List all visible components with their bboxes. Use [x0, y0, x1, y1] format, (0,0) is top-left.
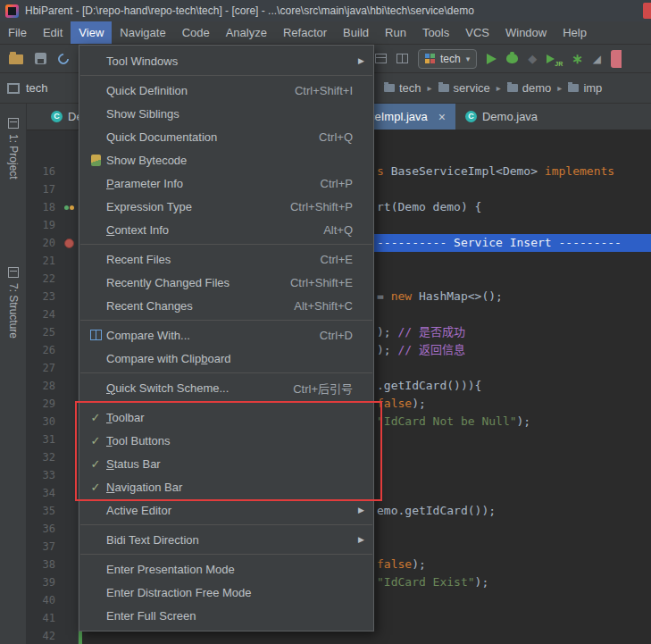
menubar-item-code[interactable]: Code	[174, 21, 218, 44]
breakpoint-icon[interactable]	[64, 238, 74, 248]
menubar-item-run[interactable]: Run	[377, 21, 414, 44]
menubar-item-build[interactable]: Build	[335, 21, 377, 44]
menu-item-label: Recent Changes	[106, 299, 193, 313]
menubar-item-refactor[interactable]: Refactor	[275, 21, 335, 44]
gutter: 20	[27, 234, 79, 252]
menu-item-status-bar[interactable]: ✓Status Bar	[79, 452, 373, 475]
menu-item-enter-presentation-mode[interactable]: Enter Presentation Mode	[79, 557, 373, 581]
line-number: 30	[27, 413, 59, 431]
jrebel-debug-icon[interactable]: ∗	[572, 52, 583, 65]
menu-item-bidi-text-direction[interactable]: Bidi Text Direction▶	[79, 528, 373, 551]
menubar-item-view[interactable]: View	[71, 21, 112, 44]
build-icon[interactable]: ◢	[593, 54, 601, 64]
menu-item-active-editor[interactable]: Active Editor▶	[79, 498, 373, 522]
gutter-slot	[59, 573, 79, 591]
menubar-item-help[interactable]: Help	[555, 21, 595, 44]
jrebel-run-icon[interactable]	[547, 53, 562, 65]
tool-window-button-7-structure[interactable]: 7: Structure	[7, 267, 20, 339]
code-fragment: false);	[377, 397, 426, 410]
tool-window-stripe: 1: Project7: Structure	[0, 104, 27, 644]
menu-item-compare-with-clipboard[interactable]: Compare with Clipboard	[79, 347, 373, 370]
nav-project-crumb[interactable]: tech	[7, 81, 48, 95]
editor-tab-de[interactable]: CDe	[41, 104, 83, 130]
menu-item-context-info[interactable]: Context InfoAlt+Q	[79, 218, 373, 241]
menu-item-shortcut: Ctrl+Shift+P	[271, 200, 353, 213]
gutter: 26	[27, 341, 79, 359]
menu-item-label: Expression Type	[106, 200, 192, 213]
gutter-slot	[59, 305, 79, 323]
menu-item-tool-buttons[interactable]: ✓Tool Buttons	[79, 429, 373, 452]
bytecode-icon	[85, 155, 106, 166]
close-tab-icon[interactable]: ×	[438, 111, 446, 123]
code-segment: );	[377, 343, 397, 356]
menu-item-navigation-bar[interactable]: ✓Navigation Bar	[79, 475, 373, 498]
line-number: 41	[27, 609, 59, 627]
menu-item-label: Quick Definition	[106, 84, 188, 97]
menubar-item-analyze[interactable]: Analyze	[218, 21, 275, 44]
line-number: 28	[27, 377, 59, 395]
breadcrumbs: tech▸service▸demo▸imp	[384, 73, 651, 103]
menu-item-label: Enter Distraction Free Mode	[106, 586, 252, 599]
menubar-item-vcs[interactable]: VCS	[457, 21, 497, 44]
gutter-marker-slot[interactable]	[59, 198, 79, 216]
menu-item-label: Parameter Info	[106, 177, 183, 190]
save-all-icon[interactable]	[35, 53, 46, 64]
debug-button[interactable]	[506, 54, 518, 63]
open-project-icon[interactable]	[9, 54, 23, 64]
run-configuration-select[interactable]: tech ▾	[418, 49, 477, 69]
layout-icon[interactable]	[375, 54, 387, 63]
menubar-item-navigate[interactable]: Navigate	[112, 21, 173, 44]
code-segment: false	[377, 397, 412, 410]
menu-item-expression-type[interactable]: Expression TypeCtrl+Shift+P	[79, 195, 373, 218]
code-segment: ---------- Service Insert ---------	[377, 236, 622, 249]
menubar-item-window[interactable]: Window	[497, 21, 555, 44]
menu-item-label: Tool Windows	[106, 54, 178, 68]
code-fragment: "IdCard Not be Null");	[377, 414, 530, 428]
grid-icon[interactable]	[396, 54, 408, 63]
breadcrumb-item-service[interactable]: service	[438, 81, 490, 95]
gutter-slot	[59, 591, 79, 609]
line-number: 23	[27, 288, 59, 305]
menu-item-show-siblings[interactable]: Show Siblings	[79, 102, 373, 125]
menu-item-label: Recent Files	[106, 253, 171, 266]
menu-item-recently-changed-files[interactable]: Recently Changed FilesCtrl+Shift+E	[79, 271, 373, 294]
menubar-item-edit[interactable]: Edit	[35, 21, 71, 44]
menu-item-recent-changes[interactable]: Recent ChangesAlt+Shift+C	[79, 294, 373, 317]
menu-item-label: Status Bar	[106, 457, 161, 471]
menu-item-toolbar[interactable]: ✓Toolbar	[79, 406, 373, 429]
run-button[interactable]	[487, 54, 497, 64]
gutter: 38	[27, 556, 79, 573]
code-segment: );	[412, 557, 426, 571]
code-segment: HashMap<>();	[412, 289, 503, 303]
menu-item-parameter-info[interactable]: Parameter InfoCtrl+P	[79, 171, 373, 195]
editor-tab-demo-java[interactable]: CDemo.java	[455, 104, 547, 130]
breadcrumb-item-imp[interactable]: imp	[568, 81, 602, 95]
breakpoint-slot[interactable]	[59, 234, 79, 252]
nav-project-label: tech	[26, 81, 48, 95]
menu-item-quick-switch-scheme[interactable]: Quick Switch Scheme...Ctrl+后引号	[79, 376, 373, 399]
project-window-icon	[7, 83, 20, 94]
breadcrumb-item-demo[interactable]: demo	[507, 81, 552, 95]
gutter-slot	[59, 252, 79, 270]
code-segment: );	[475, 575, 489, 589]
tool-window-label: 1: Project	[7, 134, 20, 180]
menu-item-recent-files[interactable]: Recent FilesCtrl+E	[79, 247, 373, 271]
menubar-item-tools[interactable]: Tools	[414, 21, 457, 44]
menu-item-tool-windows[interactable]: Tool Windows▶	[79, 49, 373, 72]
breadcrumb-item-tech[interactable]: tech	[384, 81, 421, 95]
synchronize-icon[interactable]	[56, 51, 71, 66]
menu-item-enter-full-screen[interactable]: Enter Full Screen	[79, 604, 373, 627]
app-logo-icon	[5, 4, 19, 18]
menubar-item-file[interactable]: File	[0, 21, 35, 44]
menu-item-compare-with[interactable]: Compare With...Ctrl+D	[79, 323, 373, 347]
coverage-icon[interactable]: ◆	[528, 53, 537, 64]
menu-item-quick-definition[interactable]: Quick DefinitionCtrl+Shift+I	[79, 79, 373, 102]
menu-item-quick-documentation[interactable]: Quick DocumentationCtrl+Q	[79, 125, 373, 148]
breadcrumb-label: imp	[583, 81, 602, 95]
menu-item-shortcut: Ctrl+后引号	[273, 380, 353, 397]
menu-item-enter-distraction-free-mode[interactable]: Enter Distraction Free Mode	[79, 581, 373, 604]
tool-window-button-1-project[interactable]: 1: Project	[7, 118, 20, 180]
class-icon: C	[51, 111, 63, 122]
checkmark-icon: ✓	[85, 481, 106, 494]
menu-item-show-bytecode[interactable]: Show Bytecode	[79, 148, 373, 171]
